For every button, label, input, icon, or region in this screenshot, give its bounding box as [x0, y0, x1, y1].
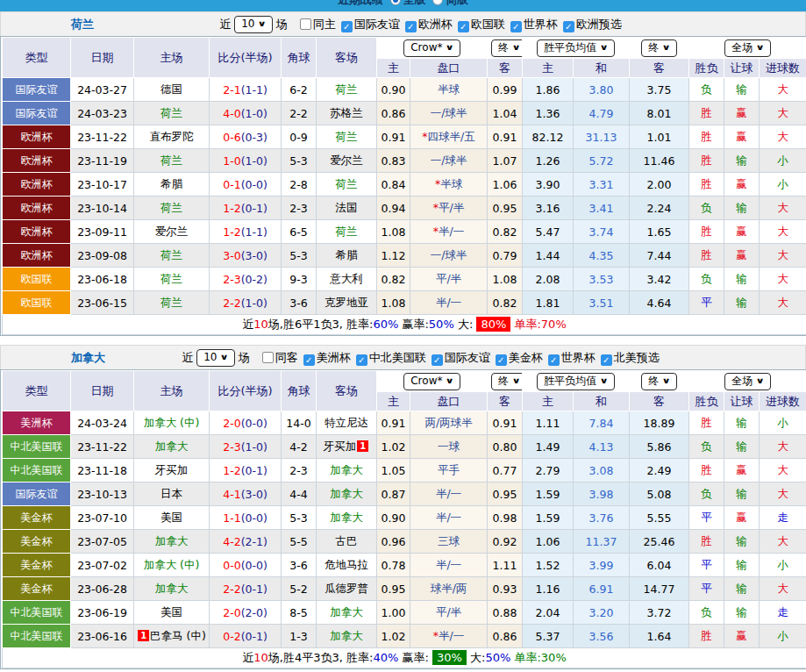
summary-segment: 50% — [429, 318, 454, 331]
cell-handicap-result: 赢 — [724, 244, 760, 268]
cell-avg-draw: 6.91 — [574, 577, 630, 601]
cell-away-team: 加拿大 — [317, 506, 377, 530]
avg-type-select[interactable]: 胜平负均值∨ — [537, 373, 614, 390]
cell-avg-away: 3.75 — [630, 78, 689, 102]
competition-label: 世界杯 — [524, 18, 558, 31]
cell-goals: 小 — [760, 411, 806, 435]
cell-handicap: 两/两球半 — [410, 411, 488, 435]
scope-select[interactable]: 全场∨ — [724, 39, 770, 57]
checkbox-icon[interactable] — [262, 352, 274, 363]
checkbox-icon[interactable]: ✓ — [548, 354, 560, 366]
full-time-score: 2-2 — [223, 583, 240, 596]
summary-segment: 80% — [476, 317, 510, 332]
cell-league: 美洲杯 — [3, 411, 71, 435]
cell-away-team: 法国 — [317, 197, 377, 220]
cell-date: 23-11-22 — [71, 125, 134, 149]
cell-away-team: 希腊 — [317, 244, 377, 268]
competition-filter: ✓北美预选 — [601, 351, 660, 364]
odds-stage-select[interactable]: 终∨ — [491, 39, 523, 57]
odds-company-select[interactable]: Crow*∨ — [403, 373, 460, 390]
cell-avg-draw: 3.41 — [574, 197, 630, 220]
cell-avg-away: 2.49 — [630, 459, 689, 483]
asterisk-icon: * — [433, 629, 439, 642]
cell-corners: 2-2 — [282, 102, 317, 125]
cell-avg-home: 1.81 — [523, 291, 574, 315]
col-avg-home: 主 — [523, 392, 574, 411]
avg-stage-select[interactable]: 终∨ — [641, 373, 676, 390]
checkbox-icon[interactable]: ✓ — [405, 21, 417, 32]
checkbox-icon[interactable]: ✓ — [341, 21, 353, 32]
recent-count-select[interactable]: 10∨ — [234, 16, 273, 33]
cell-score: 4-0(1-0) — [210, 102, 282, 125]
radio-simple-version[interactable] — [432, 0, 443, 5]
table-row: 中北美国联23-06-19美国2-0(2-0)8-5加拿大1.00平/半0.88… — [3, 601, 806, 625]
cell-avg-home: 1.59 — [523, 483, 574, 506]
half-time-score: (0-1) — [241, 464, 267, 477]
col-goals: 进球数 — [760, 392, 806, 411]
full-time-score: 1-2 — [223, 202, 240, 215]
full-time-score: 0-1 — [223, 178, 240, 191]
cell-avg-draw: 3.20 — [574, 601, 630, 625]
col-avg-home: 主 — [523, 59, 574, 78]
summary-segment: 近 — [242, 318, 253, 331]
col-avg-away: 客 — [630, 392, 689, 411]
competition-label: 世界杯 — [561, 351, 596, 364]
checkbox-icon[interactable] — [300, 18, 311, 30]
cell-avg-home: 2.79 — [523, 459, 574, 483]
table-row: 国际友谊24-03-23荷兰4-0(1-0)2-2苏格兰0.86一/球半1.04… — [3, 102, 806, 125]
cell-goals: 大 — [760, 244, 806, 268]
cell-league: 美金杯 — [3, 577, 71, 601]
cell-avg-away: 11.46 — [630, 149, 689, 173]
checkbox-icon[interactable]: ✓ — [303, 354, 315, 366]
full-time-score: 1-2 — [223, 225, 240, 239]
cell-away-team: 加拿大 — [317, 601, 377, 625]
competition-filter: ✓世界杯 — [510, 18, 558, 31]
checkbox-icon[interactable]: ✓ — [458, 21, 469, 32]
cell-home-odds: 1.00 — [377, 601, 410, 625]
cell-avg-draw: 3.80 — [574, 78, 630, 102]
cell-result: 胜 — [689, 411, 724, 435]
cell-home-odds: 0.84 — [377, 173, 410, 197]
half-time-score: (1-1) — [241, 225, 267, 239]
checkbox-icon[interactable]: ✓ — [510, 21, 522, 32]
recent-count-value: 10 — [203, 350, 217, 365]
checkbox-icon[interactable]: ✓ — [496, 354, 507, 366]
competition-label: 欧国联 — [471, 18, 505, 31]
cell-handicap-result: 赢 — [724, 506, 760, 530]
odds-stage-select[interactable]: 终∨ — [491, 373, 523, 390]
cell-score: 2-3(1-0) — [210, 435, 282, 459]
recent-count-select[interactable]: 10∨ — [196, 349, 235, 367]
scope-select[interactable]: 全场∨ — [724, 373, 770, 390]
same-venue-label: 同主 — [313, 18, 336, 31]
cell-league: 国际友谊 — [3, 483, 71, 506]
checkbox-icon[interactable]: ✓ — [356, 354, 367, 366]
competition-filter: ✓中北美国联 — [356, 351, 426, 364]
cell-away-odds: 0.82 — [488, 220, 523, 244]
avg-stage-select[interactable]: 终∨ — [641, 39, 676, 57]
cell-handicap-result: 赢 — [724, 625, 760, 648]
chevron-down-icon: ∨ — [600, 40, 609, 55]
cell-home-team: 直布罗陀 — [134, 125, 210, 149]
cell-avg-away: 3.42 — [630, 268, 689, 291]
cell-away-team: 瓜德罗普 — [317, 577, 377, 601]
scope-value: 全场 — [731, 40, 753, 55]
cell-away-odds: 0.80 — [488, 435, 523, 459]
cell-result: 胜 — [689, 530, 724, 554]
cell-date: 23-10-14 — [71, 197, 134, 220]
cell-avg-draw: 3.98 — [574, 483, 630, 506]
odds-company-select[interactable]: Crow*∨ — [403, 39, 460, 57]
checkbox-icon[interactable]: ✓ — [601, 354, 612, 366]
cell-corners: 0-9 — [282, 125, 317, 149]
avg-type-select[interactable]: 胜平负均值∨ — [537, 39, 614, 57]
radio-full-version[interactable] — [390, 0, 401, 5]
section-header-bar: 加拿大 近 10∨ 场 同客 ✓美洲杯✓中北美国联✓国际友谊✓美金杯✓世界杯✓北… — [0, 345, 806, 369]
col-handicap: 盘口 — [410, 392, 488, 411]
checkbox-icon[interactable]: ✓ — [563, 21, 574, 32]
checkbox-icon[interactable]: ✓ — [432, 354, 443, 366]
half-time-score: (0-0) — [241, 559, 267, 572]
cell-goals: 小 — [760, 149, 806, 173]
table-row: 国际友谊23-10-13日本4-1(3-0)4-4加拿大0.87半/一0.951… — [3, 483, 806, 506]
cell-home-team: 加拿大 — [134, 577, 210, 601]
cell-goals: 小 — [760, 173, 806, 197]
full-time-score: 4-1 — [223, 488, 240, 501]
